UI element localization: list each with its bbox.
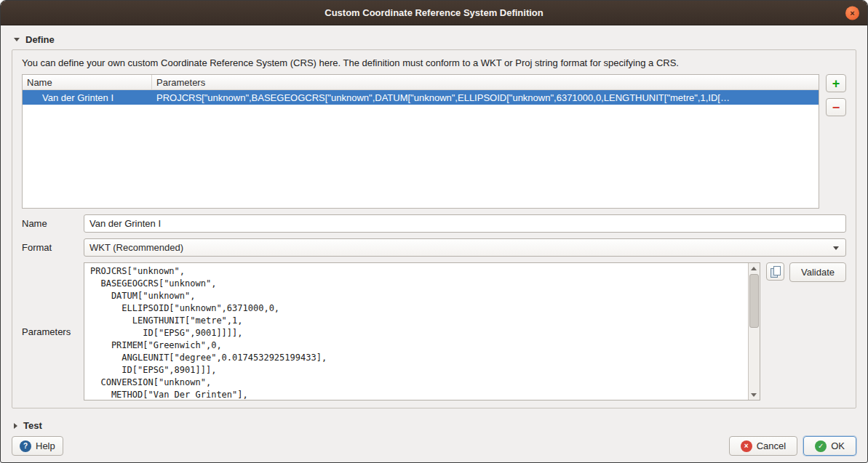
parameters-editor[interactable]: PROJCRS["unknown", BASEGEOGCRS["unknown"…: [84, 262, 760, 400]
ok-button[interactable]: ✓ OK: [803, 436, 856, 456]
help-button[interactable]: ? Help: [12, 436, 63, 456]
window-title: Custom Coordinate Reference System Defin…: [324, 7, 544, 18]
parameters-label: Parameters: [22, 326, 84, 337]
dialog-body: Define You can define your own custom Co…: [1, 25, 867, 462]
parameters-text: PROJCRS["unknown", BASEGEOGCRS["unknown"…: [84, 263, 748, 400]
test-expand-icon: [14, 423, 17, 429]
dialog-footer: ? Help × Cancel ✓ OK: [12, 436, 856, 456]
column-header-name[interactable]: Name: [23, 75, 152, 89]
close-button[interactable]: ×: [845, 6, 859, 20]
define-frame: You can define your own custom Coordinat…: [12, 49, 856, 408]
define-group-header[interactable]: Define: [12, 30, 856, 49]
crs-table-area: Name Parameters Van der Grinten I PROJCR…: [22, 74, 846, 209]
help-icon: ?: [20, 440, 31, 452]
remove-icon: −: [832, 101, 840, 114]
dropdown-arrow-icon: [833, 246, 839, 250]
ok-icon: ✓: [815, 440, 827, 452]
name-row: Name: [22, 214, 846, 233]
name-input[interactable]: [84, 214, 846, 233]
cancel-label: Cancel: [757, 440, 786, 451]
scroll-up-icon[interactable]: [749, 263, 760, 273]
custom-crs-dialog: Custom Coordinate Reference System Defin…: [0, 0, 868, 463]
column-header-parameters[interactable]: Parameters: [152, 75, 819, 89]
crs-table: Name Parameters Van der Grinten I PROJCR…: [22, 74, 819, 209]
format-label: Format: [22, 242, 84, 253]
scrollbar-track[interactable]: [749, 273, 760, 390]
define-group-title: Define: [25, 34, 55, 45]
test-group-title: Test: [23, 420, 42, 431]
copy-icon: [771, 266, 780, 277]
crs-description: You can define your own custom Coordinat…: [22, 57, 846, 68]
test-group-header[interactable]: Test: [12, 416, 856, 435]
parameters-row: Parameters PROJCRS["unknown", BASEGEOGCR…: [22, 262, 846, 400]
add-icon: +: [832, 77, 840, 90]
validate-button[interactable]: Validate: [789, 262, 846, 282]
ok-label: OK: [831, 440, 845, 451]
format-selected-value: WKT (Recommended): [89, 242, 183, 253]
scrollbar-thumb[interactable]: [749, 274, 759, 328]
remove-crs-button[interactable]: −: [826, 98, 846, 116]
scroll-down-icon[interactable]: [749, 390, 760, 400]
table-header: Name Parameters: [23, 75, 819, 90]
help-label: Help: [36, 440, 55, 451]
parameters-scrollbar[interactable]: [748, 263, 760, 400]
format-select[interactable]: WKT (Recommended): [84, 238, 846, 257]
define-collapse-icon: [14, 38, 20, 41]
cancel-icon: ×: [741, 440, 752, 452]
row-name-cell: Van der Grinten I: [23, 92, 152, 103]
titlebar[interactable]: Custom Coordinate Reference System Defin…: [1, 1, 867, 25]
parameters-side-buttons: Validate: [766, 262, 846, 400]
name-label: Name: [22, 218, 84, 229]
table-side-buttons: + −: [826, 74, 846, 209]
row-parameters-cell: PROJCRS["unknown",BASEGEOGCRS["unknown",…: [152, 92, 819, 103]
copy-wkt-button[interactable]: [766, 262, 784, 281]
table-row[interactable]: Van der Grinten I PROJCRS["unknown",BASE…: [23, 90, 819, 105]
cancel-button[interactable]: × Cancel: [729, 436, 797, 456]
close-icon: ×: [850, 9, 854, 17]
format-row: Format WKT (Recommended): [22, 238, 846, 257]
add-crs-button[interactable]: +: [826, 74, 846, 92]
